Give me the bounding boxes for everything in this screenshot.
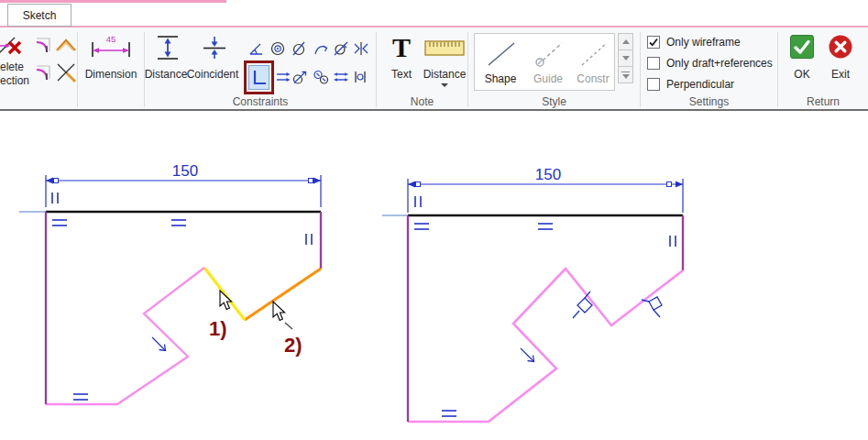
gallery-scroll-up-button[interactable]	[618, 33, 633, 50]
perpendicular-constraint-glyph[interactable]	[573, 292, 592, 318]
perpendicular-icon	[250, 68, 268, 87]
style-item-constr[interactable]: Constr	[572, 36, 614, 88]
checkbox-perpendicular[interactable]: Perpendicular	[647, 77, 734, 92]
perpendicular-constraint-glyph[interactable]	[642, 297, 662, 317]
guide-line-icon	[533, 39, 566, 69]
curve-direction-icon[interactable]	[313, 40, 329, 57]
dimension-value[interactable]: 150	[535, 166, 561, 183]
dimension-icon: 45	[90, 34, 132, 60]
app-window: Sketch elete ection	[0, 0, 868, 440]
diameter-constraint-icon[interactable]	[291, 40, 307, 57]
dimension-150[interactable]	[408, 179, 683, 213]
checkbox-only-wireframe-label: Only wireframe	[666, 36, 741, 49]
perpendicular-constraint-button[interactable]	[248, 65, 269, 90]
checkbox-only-draft-references[interactable]: Only draft+references	[647, 56, 773, 71]
delete-section-label-line2: ection	[0, 74, 37, 88]
checkbox-only-draft-references-label: Only draft+references	[666, 57, 773, 70]
constraints-group-label: Constraints	[145, 95, 376, 108]
gallery-scroll-down-button[interactable]	[618, 50, 633, 67]
pink-zigzag-edges[interactable]	[408, 269, 683, 422]
parallel-constraint-icon[interactable]	[275, 69, 291, 85]
tangent-curve-icon[interactable]	[333, 40, 349, 57]
shape-line-icon	[485, 39, 518, 69]
settings-group-label: Settings	[641, 95, 777, 108]
window-accent-strip	[0, 0, 226, 3]
delete-section-label-line1: elete	[0, 60, 37, 74]
tangent-constraint-icon[interactable]	[291, 69, 308, 85]
tab-sketch[interactable]: Sketch	[7, 4, 71, 27]
dimension-button[interactable]: Dimension	[78, 68, 144, 81]
style-group-label: Style	[468, 95, 640, 108]
text-icon: T	[392, 35, 411, 60]
style-item-guide-label: Guide	[527, 72, 569, 85]
coincident-icon	[201, 36, 228, 60]
style-gallery: Shape Guide Constr	[474, 33, 615, 91]
gallery-expand-button[interactable]	[618, 66, 633, 83]
ruler-icon	[424, 40, 465, 57]
exit-icon[interactable]	[829, 35, 852, 59]
cursor-2-icon	[273, 302, 292, 329]
ok-button[interactable]: OK	[788, 68, 816, 81]
fillet-small-icon[interactable]	[33, 62, 55, 84]
dimension-value[interactable]: 150	[172, 162, 198, 180]
direction-arrow-icon	[152, 337, 166, 351]
pink-zigzag-edges[interactable]	[46, 268, 204, 404]
step-2-label: 2)	[284, 334, 302, 357]
perpendicular-highlight-box	[244, 60, 274, 94]
constraint-marks	[52, 192, 312, 400]
ok-icon[interactable]	[790, 35, 814, 59]
return-group-label: Return	[778, 95, 868, 108]
left-sketch: 150 1) 2)	[19, 162, 321, 404]
style-item-shape-label: Shape	[479, 72, 522, 85]
checkbox-checked-icon	[647, 36, 660, 49]
style-item-guide[interactable]: Guide	[527, 36, 569, 88]
note-distance-button[interactable]: Distance	[420, 68, 469, 81]
coincident-button[interactable]: Coincident	[180, 68, 246, 81]
text-button[interactable]: Text	[380, 68, 423, 81]
dimension-150[interactable]	[46, 175, 321, 207]
segment-1-yellow-highlight[interactable]	[204, 268, 245, 320]
checkbox-perpendicular-label: Perpendicular	[666, 78, 734, 91]
sketch-canvas[interactable]: 150 1) 2)	[0, 111, 868, 440]
checkbox-only-wireframe[interactable]: Only wireframe	[647, 35, 741, 50]
tab-sketch-label: Sketch	[23, 9, 57, 22]
step-1-label: 1)	[209, 317, 227, 340]
concentric-constraint-icon[interactable]	[269, 40, 286, 57]
exit-button[interactable]: Exit	[827, 68, 854, 81]
style-item-constr-label: Constr	[572, 72, 614, 85]
chamfer-icon[interactable]	[55, 37, 77, 53]
delete-section-button[interactable]: elete ection	[0, 60, 37, 88]
fillet-icon[interactable]	[33, 35, 55, 57]
chevron-down-icon[interactable]	[441, 83, 448, 87]
style-item-shape[interactable]: Shape	[479, 36, 522, 88]
distance-constraint-icon	[154, 34, 181, 61]
checkbox-unchecked-icon	[647, 78, 660, 91]
note-group-label: Note	[377, 95, 467, 108]
checkbox-unchecked-icon	[647, 57, 660, 70]
equal-radius-icon[interactable]	[313, 69, 329, 85]
equal-length-icon[interactable]	[333, 69, 349, 85]
delete-icon[interactable]	[0, 35, 24, 59]
symmetry-constraint-icon[interactable]	[353, 40, 369, 57]
gallery-scrollbar	[618, 34, 633, 88]
ribbon: elete ection 45 Dimension	[0, 26, 868, 111]
svg-text:45: 45	[106, 34, 116, 44]
direction-arrow-icon	[521, 348, 534, 362]
symmetric-points-icon[interactable]	[352, 69, 368, 85]
angle-constraint-icon[interactable]	[247, 40, 264, 57]
trim-icon[interactable]	[55, 60, 77, 84]
construction-line-icon	[577, 39, 610, 69]
right-sketch: 150	[382, 166, 683, 422]
